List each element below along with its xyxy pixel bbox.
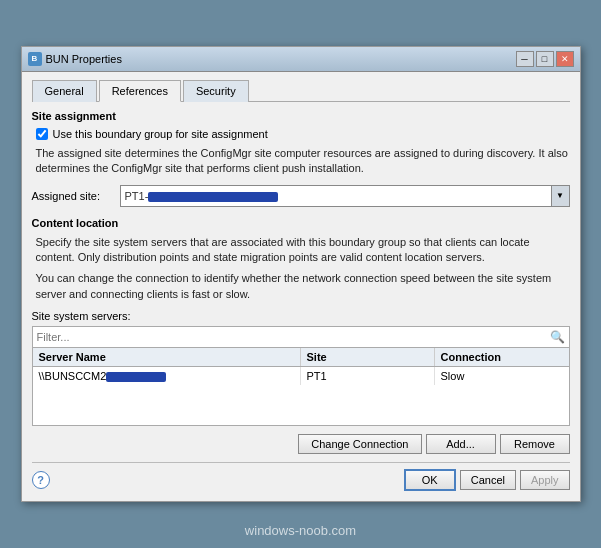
content-location-description2: You can change the connection to identif…: [32, 271, 570, 302]
maximize-button[interactable]: □: [536, 51, 554, 67]
site-assignment-checkbox-label: Use this boundary group for site assignm…: [53, 128, 268, 140]
site-assignment-title: Site assignment: [32, 110, 570, 122]
minimize-button[interactable]: ─: [516, 51, 534, 67]
filter-input[interactable]: [37, 331, 550, 343]
properties-window: B BUN Properties ─ □ ✕ General Reference…: [21, 46, 581, 502]
column-server-name: Server Name: [33, 348, 301, 366]
table-header: Server Name Site Connection: [33, 348, 569, 367]
action-buttons: Change Connection Add... Remove: [32, 434, 570, 454]
title-bar: B BUN Properties ─ □ ✕: [22, 47, 580, 72]
assigned-site-label: Assigned site:: [32, 190, 112, 202]
help-icon[interactable]: ?: [32, 471, 50, 489]
assigned-site-value: PT1-: [121, 190, 551, 202]
tab-bar: General References Security: [32, 80, 570, 102]
cell-site: PT1: [301, 367, 435, 385]
remove-button[interactable]: Remove: [500, 434, 570, 454]
divider: [32, 462, 570, 463]
table-empty-space: [33, 385, 569, 425]
tab-security[interactable]: Security: [183, 80, 249, 102]
servers-table: Server Name Site Connection \\BUNSCCM2 P…: [32, 348, 570, 426]
site-assignment-section: Site assignment: [32, 110, 570, 122]
change-connection-button[interactable]: Change Connection: [298, 434, 421, 454]
dialog-content: General References Security Site assignm…: [22, 72, 580, 501]
servers-label: Site system servers:: [32, 310, 570, 322]
apply-button[interactable]: Apply: [520, 470, 570, 490]
title-buttons: ─ □ ✕: [516, 51, 574, 67]
site-assignment-checkbox[interactable]: [36, 128, 48, 140]
title-bar-left: B BUN Properties: [28, 52, 122, 66]
assigned-site-row: Assigned site: PT1- ▼: [32, 185, 570, 207]
add-button[interactable]: Add...: [426, 434, 496, 454]
ok-cancel-row: ? OK Cancel Apply: [32, 469, 570, 491]
content-location-description1: Specify the site system servers that are…: [32, 235, 570, 266]
content-location-title: Content location: [32, 217, 570, 229]
column-connection: Connection: [435, 348, 569, 366]
table-row[interactable]: \\BUNSCCM2 PT1 Slow: [33, 367, 569, 385]
filter-box[interactable]: 🔍: [32, 326, 570, 348]
dropdown-arrow-icon[interactable]: ▼: [551, 186, 569, 206]
search-icon: 🔍: [550, 330, 565, 344]
watermark: windows-noob.com: [0, 523, 601, 538]
site-assignment-checkbox-row: Use this boundary group for site assignm…: [36, 128, 570, 140]
close-button[interactable]: ✕: [556, 51, 574, 67]
site-assignment-description: The assigned site determines the ConfigM…: [32, 146, 570, 177]
ok-button[interactable]: OK: [404, 469, 456, 491]
column-site: Site: [301, 348, 435, 366]
tab-general[interactable]: General: [32, 80, 97, 102]
window-title: BUN Properties: [46, 53, 122, 65]
cell-connection: Slow: [435, 367, 569, 385]
tab-references[interactable]: References: [99, 80, 181, 102]
assigned-site-dropdown[interactable]: PT1- ▼: [120, 185, 570, 207]
window-icon: B: [28, 52, 42, 66]
cell-server-name: \\BUNSCCM2: [33, 367, 301, 385]
cancel-button[interactable]: Cancel: [460, 470, 516, 490]
